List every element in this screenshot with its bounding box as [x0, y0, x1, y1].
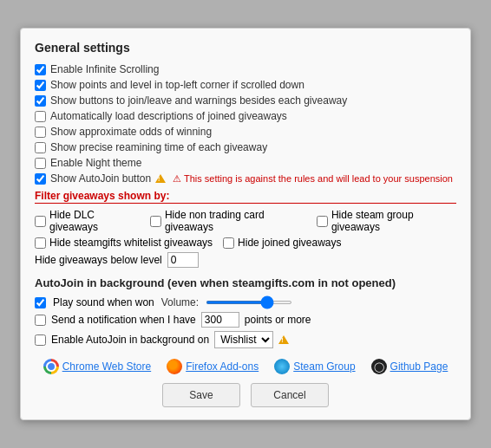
volume-label: Volume: — [161, 296, 199, 308]
autojoin-section: AutoJoin in background (even when steamg… — [35, 276, 456, 348]
chrome-icon — [43, 359, 59, 374]
auto-load-row: Automatically load descriptions of joine… — [35, 110, 456, 122]
cancel-button[interactable]: Cancel — [251, 383, 329, 407]
below-level-input[interactable] — [167, 252, 199, 268]
precise-time-checkbox[interactable] — [35, 142, 46, 153]
precise-time-label: Show precise reamining time of each give… — [50, 141, 267, 153]
play-sound-label: Play sound when won — [53, 296, 154, 308]
approx-odds-row: Show approximate odds of winning — [35, 126, 456, 138]
filter-steam-group-checkbox[interactable] — [317, 216, 328, 227]
show-points-row: Show points and level in top-left corner… — [35, 79, 456, 91]
filter-grid: Hide DLC giveaways Hide non trading card… — [35, 209, 456, 249]
infinite-scroll-row: Enable Infinite Scrolling — [35, 63, 456, 75]
filter-non-trading: Hide non trading card giveaways — [150, 209, 306, 233]
chrome-link-text: Chrome Web Store — [62, 360, 152, 373]
settings-dialog: General settings Enable Infinite Scrolli… — [20, 28, 471, 420]
firefox-addons-link[interactable]: Firefox Add-ons — [167, 359, 259, 374]
steam-group-link[interactable]: Steam Group — [274, 359, 355, 374]
show-points-checkbox[interactable] — [35, 80, 46, 91]
autojoin-dropdown[interactable]: Wishlist — [214, 331, 273, 348]
infinite-scroll-checkbox[interactable] — [35, 64, 46, 75]
show-buttons-label: Show buttons to join/leave and warnings … — [50, 94, 347, 107]
steam-icon — [274, 359, 290, 374]
autojoin-checkbox[interactable] — [35, 173, 46, 185]
dialog-title: General settings — [35, 41, 456, 55]
points-suffix-label: points or more — [245, 314, 311, 326]
filter-row-1: Hide DLC giveaways Hide non trading card… — [35, 209, 456, 233]
filter-joined-label: Hide joined giveaways — [238, 237, 341, 249]
auto-load-label: Automatically load descriptions of joine… — [50, 110, 287, 122]
autojoin-warning-triangle-icon — [278, 335, 289, 344]
chrome-web-store-link[interactable]: Chrome Web Store — [43, 359, 152, 374]
points-input[interactable] — [201, 312, 239, 328]
play-sound-checkbox[interactable] — [35, 297, 46, 308]
links-row: Chrome Web Store Firefox Add-ons Steam G… — [35, 359, 456, 374]
filter-dlc: Hide DLC giveaways — [35, 209, 140, 233]
approx-odds-checkbox[interactable] — [35, 127, 46, 138]
filter-steam-group: Hide steam group giveaways — [317, 209, 456, 233]
notification-row: Send a notification when I have points o… — [35, 312, 456, 328]
steam-link-text: Steam Group — [293, 360, 355, 373]
auto-load-checkbox[interactable] — [35, 111, 46, 122]
precise-time-row: Show precise reamining time of each give… — [35, 141, 456, 153]
filter-joined: Hide joined giveaways — [223, 237, 341, 249]
github-link-text: Github Page — [390, 360, 448, 373]
warning-triangle-icon — [155, 174, 166, 183]
infinite-scroll-label: Enable Infinite Scrolling — [50, 63, 159, 75]
show-points-label: Show points and level in top-left corner… — [50, 79, 304, 91]
night-theme-row: Enable Night theme — [35, 157, 456, 169]
filter-joined-checkbox[interactable] — [223, 237, 234, 249]
filter-row-2: Hide steamgifts whitelist giveaways Hide… — [35, 237, 456, 249]
save-button[interactable]: Save — [162, 383, 240, 407]
notification-checkbox[interactable] — [35, 315, 46, 326]
enable-autojoin-checkbox[interactable] — [35, 334, 46, 346]
autojoin-warning-text: ⚠ This setting is against the rules and … — [173, 173, 453, 185]
filter-non-trading-label: Hide non trading card giveaways — [165, 209, 306, 233]
filter-section-label: Filter giveaways shown by: — [35, 190, 456, 204]
filter-steam-group-label: Hide steam group giveaways — [331, 209, 456, 233]
autojoin-section-title: AutoJoin in background (even when steamg… — [35, 276, 456, 289]
show-buttons-checkbox[interactable] — [35, 95, 46, 107]
enable-autojoin-label: Enable AutoJoin in background on — [51, 334, 209, 346]
approx-odds-label: Show approximate odds of winning — [50, 126, 212, 138]
notification-label: Send a notification when I have — [51, 314, 196, 326]
filter-dlc-checkbox[interactable] — [35, 216, 46, 227]
filter-whitelist-checkbox[interactable] — [35, 237, 46, 249]
autojoin-row: Show AutoJoin button ⚠ This setting is a… — [35, 172, 456, 185]
filter-whitelist-label: Hide steamgifts whitelist giveaways — [49, 237, 213, 249]
filter-whitelist: Hide steamgifts whitelist giveaways — [35, 237, 213, 249]
filter-dlc-label: Hide DLC giveaways — [49, 209, 140, 233]
play-sound-row: Play sound when won Volume: — [35, 296, 456, 308]
below-level-label: Hide giveaways below level — [35, 254, 162, 266]
night-theme-label: Enable Night theme — [50, 157, 141, 169]
filter-non-trading-checkbox[interactable] — [150, 216, 161, 227]
autojoin-label: Show AutoJoin button — [50, 172, 151, 185]
below-level-row: Hide giveaways below level — [35, 252, 456, 268]
github-page-link[interactable]: ◯ Github Page — [371, 359, 448, 374]
github-icon: ◯ — [371, 359, 387, 374]
firefox-link-text: Firefox Add-ons — [186, 360, 259, 373]
show-buttons-row: Show buttons to join/leave and warnings … — [35, 94, 456, 107]
night-theme-checkbox[interactable] — [35, 158, 46, 169]
volume-slider[interactable] — [206, 301, 292, 304]
enable-autojoin-row: Enable AutoJoin in background on Wishlis… — [35, 331, 456, 348]
button-row: Save Cancel — [35, 383, 456, 407]
firefox-icon — [167, 359, 182, 374]
